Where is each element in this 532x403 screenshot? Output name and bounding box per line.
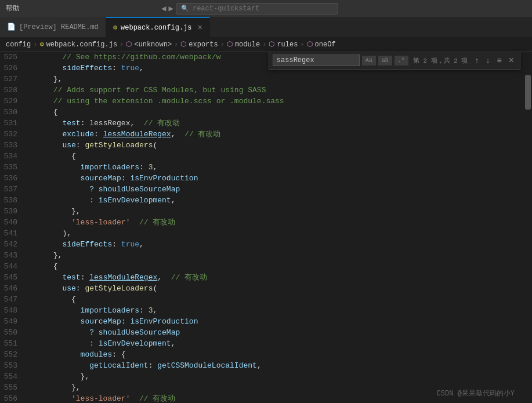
line-number: 552 <box>0 349 26 360</box>
code-line: 542 sideEffects: true, <box>0 239 516 250</box>
line-content: ? shouldUseSourceMap <box>26 327 516 338</box>
line-content: 'less-loader' // 有改动 <box>26 217 516 228</box>
line-content: use: getStyleLoaders( <box>26 140 516 151</box>
line-content: : isEnvDevelopment, <box>26 338 516 349</box>
breadcrumb-unknown[interactable]: <unknown> <box>134 41 172 49</box>
line-number: 544 <box>0 261 26 272</box>
line-number: 528 <box>0 85 26 96</box>
line-content: use: getStyleLoaders( <box>26 283 516 294</box>
line-content: // Adds support for CSS Modules, but usi… <box>26 85 516 96</box>
help-menu[interactable]: 帮助 <box>6 3 20 13</box>
breadcrumb-oneof[interactable]: oneOf <box>315 41 336 49</box>
breadcrumb-rules[interactable]: rules <box>277 41 298 49</box>
code-line: 547 { <box>0 294 516 305</box>
code-line: 540 'less-loader' // 有改动 <box>0 217 516 228</box>
line-number: 531 <box>0 118 26 129</box>
line-content: test: lessModuleRegex, // 有改动 <box>26 272 516 283</box>
line-number: 541 <box>0 228 26 239</box>
line-number: 555 <box>0 382 26 393</box>
webpack-tab-icon: ⚙ <box>113 23 117 32</box>
line-content: sourceMap: isEnvProduction <box>26 173 516 184</box>
line-number: 538 <box>0 195 26 206</box>
search-bar: 🔍 <box>176 3 338 14</box>
breadcrumb-config[interactable]: config <box>6 41 31 49</box>
readme-tab-label: [Preview] README.md <box>19 23 99 31</box>
line-content: }, <box>26 371 516 382</box>
code-line: 541 ), <box>0 228 516 239</box>
scrollbar-track[interactable] <box>524 52 532 403</box>
find-result-info: 第 2 项，共 2 项 <box>411 56 471 65</box>
line-number: 539 <box>0 206 26 217</box>
code-line: 530 { <box>0 107 516 118</box>
line-content: { <box>26 294 516 305</box>
nav-forward-btn[interactable]: ▶ <box>169 3 173 13</box>
line-content: { <box>26 261 516 272</box>
code-line: 554 }, <box>0 371 516 382</box>
line-number: 554 <box>0 371 26 382</box>
line-number: 551 <box>0 338 26 349</box>
code-line: 552 modules: { <box>0 349 516 360</box>
breadcrumb-module[interactable]: module <box>235 41 260 49</box>
line-number: 553 <box>0 360 26 371</box>
code-line: 528 // Adds support for CSS Modules, but… <box>0 85 516 96</box>
line-content: importLoaders: 3, <box>26 305 516 316</box>
title-bar: 帮助 ◀ ▶ 🔍 <box>0 0 532 17</box>
line-number: 543 <box>0 250 26 261</box>
code-line: 537 ? shouldUseSourceMap <box>0 184 516 195</box>
code-line: 532 exclude: lessModuleRegex, // 有改动 <box>0 129 516 140</box>
find-close-btn[interactable]: × <box>506 54 516 67</box>
breadcrumb-icon-unknown: ⬡ <box>126 40 132 49</box>
line-number: 549 <box>0 316 26 327</box>
code-line: 533 use: getStyleLoaders( <box>0 140 516 151</box>
line-content: }, <box>26 74 516 85</box>
find-nav-up-btn[interactable]: ↑ <box>472 55 481 66</box>
breadcrumb: config › ⚙ webpack.config.js › ⬡ <unknow… <box>0 38 532 52</box>
breadcrumb-exports[interactable]: exports <box>189 41 218 49</box>
code-line: 539 }, <box>0 206 516 217</box>
readme-tab-icon: 📄 <box>7 23 16 31</box>
find-regex-btn[interactable]: .* <box>395 56 408 66</box>
code-editor: 525 // See https://github.com/webpack/w5… <box>0 52 524 403</box>
scrollbar-thumb[interactable] <box>525 75 531 110</box>
find-nav-down-btn[interactable]: ↓ <box>483 55 492 66</box>
line-number: 542 <box>0 239 26 250</box>
code-line: 535 importLoaders: 3, <box>0 162 516 173</box>
line-content: test: lessRegex, // 有改动 <box>26 118 516 129</box>
code-line: 548 importLoaders: 3, <box>0 305 516 316</box>
line-number: 526 <box>0 63 26 74</box>
find-input[interactable] <box>273 55 360 66</box>
find-lines-btn[interactable]: ≡ <box>494 55 504 66</box>
line-content: sideEffects: true, <box>26 239 516 250</box>
line-content: // using the extension .module.scss or .… <box>26 96 516 107</box>
tab-readme[interactable]: 📄 [Preview] README.md <box>0 17 106 37</box>
line-content: }, <box>26 206 516 217</box>
code-lines[interactable]: 525 // See https://github.com/webpack/w5… <box>0 52 516 403</box>
code-line: 551 : isEnvDevelopment, <box>0 338 516 349</box>
breadcrumb-webpack[interactable]: webpack.config.js <box>46 41 117 49</box>
line-number: 546 <box>0 283 26 294</box>
search-input[interactable] <box>193 5 320 13</box>
code-line: 549 sourceMap: isEnvProduction <box>0 316 516 327</box>
find-case-sensitive-btn[interactable]: Aa <box>362 56 376 66</box>
line-content: getLocalIdent: getCSSModuleLocalIdent, <box>26 360 516 371</box>
code-line: 544 { <box>0 261 516 272</box>
tabs-bar: 📄 [Preview] README.md ⚙ webpack.config.j… <box>0 17 532 38</box>
line-number: 534 <box>0 151 26 162</box>
breadcrumb-icon-module: ⬡ <box>227 40 233 49</box>
webpack-tab-label: webpack.config.js <box>121 24 191 32</box>
code-line: 536 sourceMap: isEnvProduction <box>0 173 516 184</box>
line-content: modules: { <box>26 349 516 360</box>
code-line: 529 // using the extension .module.scss … <box>0 96 516 107</box>
line-number: 525 <box>0 52 26 63</box>
breadcrumb-icon-exports: ⬡ <box>180 40 186 49</box>
line-content: importLoaders: 3, <box>26 162 516 173</box>
code-line: 553 getLocalIdent: getCSSModuleLocalIden… <box>0 360 516 371</box>
find-whole-word-btn[interactable]: ab <box>378 56 392 66</box>
title-bar-center: ◀ ▶ 🔍 <box>161 3 338 14</box>
nav-back-btn[interactable]: ◀ <box>161 3 166 13</box>
search-icon: 🔍 <box>181 5 189 12</box>
webpack-tab-close[interactable]: × <box>197 23 202 32</box>
title-bar-left: 帮助 <box>6 3 20 13</box>
tab-webpack[interactable]: ⚙ webpack.config.js × <box>106 17 210 37</box>
line-number: 547 <box>0 294 26 305</box>
